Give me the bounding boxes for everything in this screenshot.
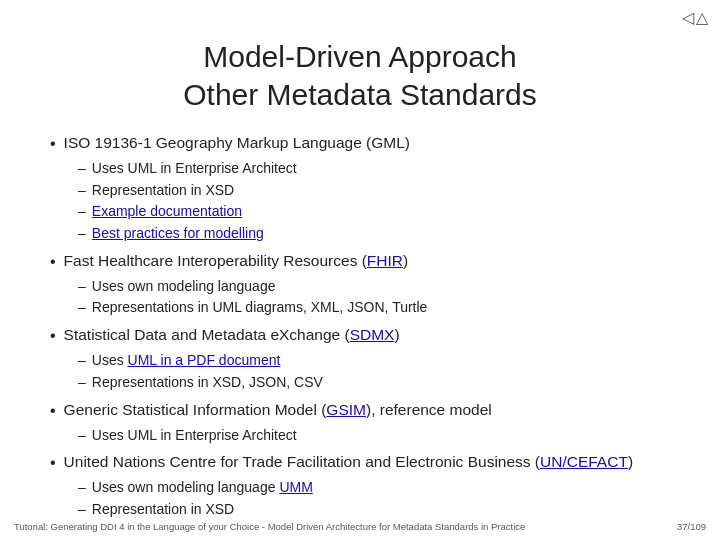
bullet-dot: •: [50, 451, 56, 475]
bullet-text: ISO 19136-1 Geography Markup Language (G…: [64, 131, 410, 154]
title-line2: Other Metadata Standards: [183, 78, 537, 111]
sub-list: – Uses UML in a PDF document – Represent…: [78, 350, 680, 393]
sub-list: – Uses UML in Enterprise Architect: [78, 425, 680, 447]
uml-pdf-link[interactable]: UML in a PDF document: [128, 352, 281, 368]
bullet-text: Fast Healthcare Interoperability Resourc…: [64, 249, 409, 272]
list-item: • Generic Statistical Information Model …: [50, 398, 680, 447]
sub-list: – Uses own modeling language – Represent…: [78, 276, 680, 319]
bullet-dot: •: [50, 324, 56, 348]
slide: ◁ △ Model-Driven Approach Other Metadata…: [0, 0, 720, 540]
bullet-text: Generic Statistical Information Model (G…: [64, 398, 492, 421]
sub-item: – Representation in XSD: [78, 180, 680, 202]
bullet-dot: •: [50, 132, 56, 156]
sub-list: – Uses own modeling language UMM – Repre…: [78, 477, 680, 520]
sub-list: – Uses UML in Enterprise Architect – Rep…: [78, 158, 680, 245]
bullet-text: United Nations Centre for Trade Facilita…: [64, 450, 633, 473]
list-item: • Statistical Data and Metadata eXchange…: [50, 323, 680, 393]
sub-item: – Uses UML in Enterprise Architect: [78, 425, 680, 447]
sub-item: – Uses own modeling language: [78, 276, 680, 298]
list-item: • ISO 19136-1 Geography Markup Language …: [50, 131, 680, 245]
sub-item: – Representation in XSD: [78, 499, 680, 521]
content-area: • ISO 19136-1 Geography Markup Language …: [40, 131, 680, 521]
sub-item: – Uses UML in Enterprise Architect: [78, 158, 680, 180]
sub-item: – Representations in UML diagrams, XML, …: [78, 297, 680, 319]
sub-item: – Uses own modeling language UMM: [78, 477, 680, 499]
example-documentation-link[interactable]: Example documentation: [92, 203, 242, 219]
best-practices-link[interactable]: Best practices for modelling: [92, 225, 264, 241]
forward-arrow[interactable]: △: [696, 8, 708, 27]
sub-item: – Uses UML in a PDF document: [78, 350, 680, 372]
footer-left: Tutorial: Generating DDI 4 in the Langua…: [14, 521, 525, 532]
footer: Tutorial: Generating DDI 4 in the Langua…: [0, 521, 720, 532]
list-item: • Fast Healthcare Interoperability Resou…: [50, 249, 680, 319]
list-item: • United Nations Centre for Trade Facili…: [50, 450, 680, 520]
bullet-dot: •: [50, 399, 56, 423]
nav-arrows: ◁ △: [682, 8, 708, 27]
sub-item: – Example documentation: [78, 201, 680, 223]
footer-right: 37/109: [677, 521, 706, 532]
sub-item: – Representations in XSD, JSON, CSV: [78, 372, 680, 394]
slide-title: Model-Driven Approach Other Metadata Sta…: [40, 38, 680, 113]
gsim-link[interactable]: GSIM: [326, 401, 366, 418]
sub-item: – Best practices for modelling: [78, 223, 680, 245]
bullet-dot: •: [50, 250, 56, 274]
umm-link[interactable]: UMM: [279, 479, 312, 495]
title-line1: Model-Driven Approach: [203, 40, 517, 73]
uncefact-link[interactable]: UN/CEFACT: [540, 453, 628, 470]
sdmx-link[interactable]: SDMX: [350, 326, 395, 343]
fhir-link[interactable]: FHIR: [367, 252, 403, 269]
bullet-text: Statistical Data and Metadata eXchange (…: [64, 323, 400, 346]
back-arrow[interactable]: ◁: [682, 8, 694, 27]
